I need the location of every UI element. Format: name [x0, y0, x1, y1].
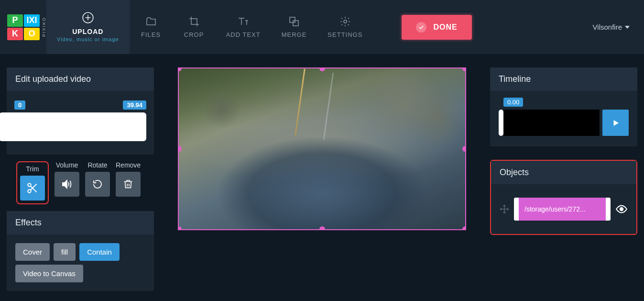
timeline-title: Timeline — [490, 67, 637, 91]
app-header: P IXI K O PIXIKO UPLOAD Video, music or … — [0, 0, 644, 54]
selection-handle[interactable] — [462, 67, 466, 71]
nav-settings-label: SETTINGS — [327, 31, 362, 38]
trash-icon — [123, 179, 133, 190]
remove-button[interactable] — [116, 172, 141, 197]
gear-icon — [339, 16, 351, 27]
tool-volume: Volume — [55, 161, 79, 204]
selection-handle[interactable] — [178, 226, 182, 230]
volume-icon — [61, 178, 73, 190]
left-column: Edit uploaded video 0 39.94 Trim — [7, 67, 154, 301]
svg-marker-6 — [625, 26, 630, 29]
edit-video-title: Edit uploaded video — [7, 67, 154, 91]
visibility-toggle[interactable] — [615, 203, 628, 215]
svg-rect-4 — [293, 21, 298, 26]
nav-upload[interactable]: UPLOAD Video, music or image — [46, 0, 130, 54]
object-handle-right[interactable] — [606, 198, 611, 221]
svg-point-13 — [620, 208, 623, 211]
tools-row: Trim Volume Rotate — [7, 161, 154, 204]
effect-fill[interactable]: fill — [54, 243, 76, 261]
done-label: DONE — [433, 23, 457, 32]
rotate-icon — [92, 178, 103, 190]
nav-merge-label: MERGE — [282, 31, 307, 38]
trim-slider[interactable]: 0 39.94 — [7, 91, 154, 155]
effects-panel: Effects Cover fill Contain Video to Canv… — [7, 211, 154, 291]
plus-circle-icon — [82, 11, 94, 24]
check-icon — [416, 22, 426, 33]
effect-contain[interactable]: Contain — [79, 243, 120, 261]
scissors-icon — [26, 182, 39, 194]
objects-panel: Objects /storage/users/272... — [490, 160, 637, 235]
nav-addtext[interactable]: ADD TEXT — [216, 0, 271, 54]
crop-icon — [188, 16, 200, 27]
object-handle-left[interactable] — [514, 198, 519, 221]
tool-rotate: Rotate — [85, 161, 110, 204]
trim-highlight: Trim — [16, 161, 49, 204]
selection-handle[interactable] — [178, 67, 182, 71]
timeline-row[interactable] — [499, 110, 629, 136]
range-handle-right[interactable] — [0, 112, 146, 141]
selection-handle[interactable] — [462, 146, 466, 152]
nav-addtext-label: ADD TEXT — [226, 31, 261, 38]
svg-rect-3 — [290, 17, 295, 22]
nav-upload-sub: Video, music or image — [57, 36, 119, 43]
move-icon[interactable] — [500, 204, 509, 214]
right-column: Timeline 0.00 Objects — [490, 67, 637, 301]
nav-crop-label: CROP — [184, 31, 204, 38]
main-nav: UPLOAD Video, music or image FILES CROP … — [46, 0, 373, 54]
play-icon — [611, 119, 620, 127]
range-start-badge: 0 — [14, 100, 25, 110]
remove-label: Remove — [116, 161, 141, 169]
trim-label: Trim — [26, 165, 39, 173]
timeline-clip[interactable] — [503, 110, 600, 136]
effects-title: Effects — [7, 211, 154, 234]
logo-text: PIXIKO — [42, 17, 46, 37]
user-menu[interactable]: Vilsonfire — [593, 23, 630, 31]
folder-icon — [145, 16, 157, 27]
video-canvas[interactable] — [178, 67, 466, 230]
object-item[interactable]: /storage/users/272... — [514, 198, 611, 221]
nav-settings[interactable]: SETTINGS — [317, 0, 373, 54]
nav-crop[interactable]: CROP — [173, 0, 216, 54]
canvas-area — [162, 67, 482, 301]
tool-trim: Trim — [20, 165, 45, 201]
caret-down-icon — [625, 25, 630, 30]
svg-point-5 — [344, 20, 347, 23]
selection-handle[interactable] — [319, 226, 325, 230]
range-end-badge: 39.94 — [123, 100, 146, 110]
svg-point-8 — [28, 190, 31, 193]
svg-marker-11 — [63, 180, 67, 188]
done-button[interactable]: DONE — [402, 15, 471, 40]
nav-upload-label: UPLOAD — [72, 28, 103, 35]
timeline-time: 0.00 — [503, 98, 523, 107]
effect-video-to-canvas[interactable]: Video to Canvas — [15, 265, 83, 282]
timeline-playhead[interactable] — [499, 110, 503, 136]
range-track[interactable] — [17, 112, 144, 141]
selection-handle[interactable] — [319, 67, 325, 71]
effect-cover[interactable]: Cover — [15, 243, 50, 261]
edit-video-panel: Edit uploaded video 0 39.94 — [7, 67, 154, 155]
tool-remove: Remove — [116, 161, 141, 204]
nav-merge[interactable]: MERGE — [271, 0, 317, 54]
nav-files[interactable]: FILES — [130, 0, 173, 54]
trim-button[interactable] — [20, 176, 45, 201]
volume-button[interactable] — [55, 172, 79, 197]
selection-handle[interactable] — [462, 226, 466, 230]
object-label: /storage/users/272... — [519, 198, 606, 221]
logo[interactable]: P IXI K O PIXIKO — [7, 14, 46, 40]
user-name: Vilsonfire — [593, 23, 622, 31]
svg-point-7 — [28, 183, 31, 187]
rotate-label: Rotate — [87, 161, 107, 169]
volume-label: Volume — [56, 161, 78, 169]
merge-icon — [288, 16, 300, 27]
svg-marker-12 — [613, 120, 619, 126]
text-icon — [237, 16, 250, 27]
play-button[interactable] — [602, 110, 629, 136]
nav-files-label: FILES — [141, 31, 161, 38]
rotate-button[interactable] — [85, 172, 110, 197]
objects-title: Objects — [491, 161, 636, 184]
selection-handle[interactable] — [178, 146, 182, 152]
timeline-panel: Timeline 0.00 — [490, 67, 637, 146]
main-area: Edit uploaded video 0 39.94 Trim — [0, 54, 644, 301]
